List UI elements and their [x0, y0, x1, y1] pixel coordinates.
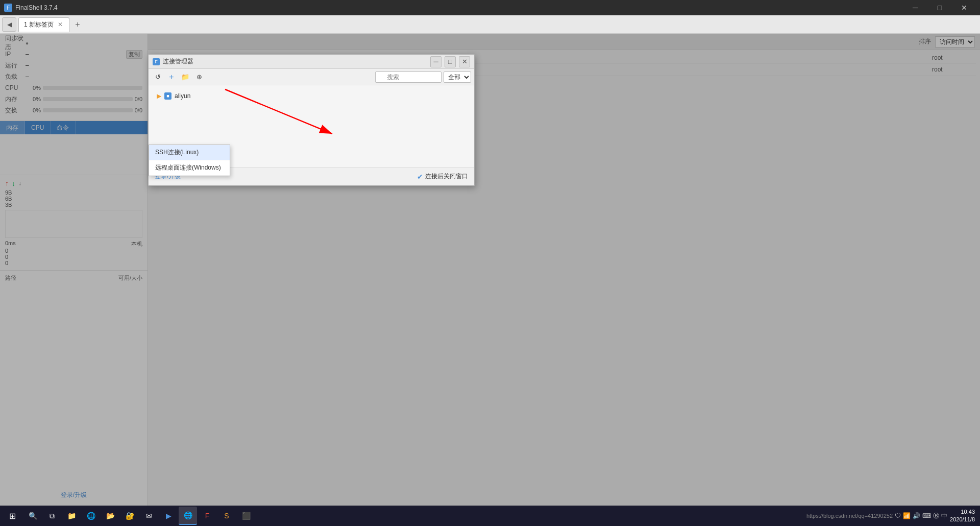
modal-restore-button[interactable]: □ [445, 56, 456, 67]
search-box: 🔍 全部 [375, 71, 471, 83]
speaker-icon[interactable]: 🔊 [913, 512, 920, 519]
app-icon: F [4, 4, 12, 12]
taskbar-sys-icons: 🛡 📶 🔊 ⌨ Ⓑ 中 [895, 512, 947, 520]
modal-title: 连接管理器 [163, 57, 427, 66]
close-check-label: 连接后关闭窗口 [425, 172, 468, 181]
taskbar-search-btn[interactable]: 🔍 [23, 507, 42, 525]
bluetooth-icon[interactable]: Ⓑ [933, 512, 939, 520]
connection-manager-window: F 连接管理器 ─ □ ✕ ↺ + 📁 ⊕ 🔍 [148, 54, 475, 186]
modal-minimize-button[interactable]: ─ [430, 56, 442, 67]
taskbar-right: https://blog.csdn.net/qq=41290252 🛡 📶 🔊 … [806, 508, 978, 524]
close-button[interactable]: ✕ [952, 0, 976, 15]
conn-folder-icon: ▶ [157, 92, 161, 100]
clock-time: 10:43 [949, 508, 975, 516]
taskbar-clock[interactable]: 10:43 2020/11/8 [949, 508, 975, 524]
modal-app-icon: F [153, 58, 160, 65]
taskbar-ps-btn[interactable]: ▶ [159, 507, 178, 525]
tab-bar: ◀ 1 新标签页 ✕ + [0, 15, 980, 34]
conn-item-aliyun[interactable]: ▶ ■ aliyun [153, 90, 470, 102]
dropdown-menu: SSH连接(Linux) 远程桌面连接(Windows) [149, 145, 230, 176]
taskbar-security-btn[interactable]: 🔐 [120, 507, 139, 525]
toolbar-folder-button[interactable]: 📁 [179, 71, 191, 83]
modal-title-bar: F 连接管理器 ─ □ ✕ [149, 55, 474, 69]
toolbar-add-button[interactable]: ⊕ [193, 71, 205, 83]
modal-body: SSH连接(Linux) 远程桌面连接(Windows) ▶ ■ aliyun [149, 85, 474, 167]
taskbar-taskview-btn[interactable]: ⧉ [43, 507, 61, 525]
taskbar-edge-btn[interactable]: 🌐 [82, 507, 100, 525]
content-area: 同步状态 ● IP – 复制 运行 – 负载 – CPU [0, 34, 980, 506]
shield-icon[interactable]: 🛡 [895, 512, 901, 519]
modal-toolbar: ↺ + 📁 ⊕ 🔍 全部 [149, 69, 474, 85]
title-bar: F FinalShell 3.7.4 ─ □ ✕ [0, 0, 980, 15]
close-after-connect-check[interactable]: ✔ 连接后关闭窗口 [417, 172, 468, 181]
app-title: FinalShell 3.7.4 [15, 4, 903, 11]
modal-close-button[interactable]: ✕ [459, 56, 470, 67]
taskbar-mail-btn[interactable]: ✉ [140, 507, 158, 525]
tab-nav-back[interactable]: ◀ [2, 17, 16, 32]
conn-item-name: aliyun [175, 92, 190, 100]
search-input[interactable] [375, 71, 442, 83]
tab-add-button[interactable]: + [71, 18, 84, 31]
app-container: ◀ 1 新标签页 ✕ + 同步状态 ● IP – 复制 运行 [0, 15, 980, 506]
conn-server-icon: ■ [164, 92, 172, 100]
window-controls: ─ □ ✕ [903, 0, 976, 15]
start-button[interactable]: ⊞ [2, 507, 22, 525]
taskbar-fileexplorer-btn[interactable]: 📁 [62, 507, 81, 525]
taskbar-terminal-btn[interactable]: ⬛ [237, 507, 255, 525]
dropdown-item-ssh[interactable]: SSH连接(Linux) [149, 145, 230, 160]
filter-select[interactable]: 全部 [444, 71, 471, 83]
clock-date: 2020/11/8 [949, 516, 975, 523]
taskbar-explorer-btn[interactable]: 📂 [101, 507, 119, 525]
tab-item-1[interactable]: 1 新标签页 ✕ [18, 17, 69, 32]
taskbar-url-hint: https://blog.csdn.net/qq=41290252 [806, 513, 893, 519]
tab-close-btn[interactable]: ✕ [57, 21, 64, 28]
network-icon[interactable]: 📶 [903, 512, 911, 519]
keyboard-icon[interactable]: ⌨ [922, 512, 931, 519]
input-icon[interactable]: 中 [941, 512, 947, 520]
toolbar-refresh-button[interactable]: ↺ [152, 71, 164, 83]
restore-button[interactable]: □ [928, 0, 951, 15]
taskbar-chrome-btn[interactable]: 🌐 [179, 507, 197, 525]
taskbar-app1-btn[interactable]: F [198, 507, 216, 525]
tab-label: 1 新标签页 [24, 20, 54, 29]
dropdown-item-rdp[interactable]: 远程桌面连接(Windows) [149, 160, 230, 176]
search-wrapper: 🔍 [375, 71, 442, 83]
toolbar-new-button[interactable]: + [165, 71, 178, 83]
modal-overlay: F 连接管理器 ─ □ ✕ ↺ + 📁 ⊕ 🔍 [0, 34, 980, 506]
checkbox-icon: ✔ [417, 173, 423, 181]
minimize-button[interactable]: ─ [903, 0, 927, 15]
taskbar: ⊞ 🔍 ⧉ 📁 🌐 📂 🔐 ✉ ▶ 🌐 F S ⬛ https://blog.c… [0, 506, 980, 526]
taskbar-app2-btn[interactable]: S [217, 507, 236, 525]
